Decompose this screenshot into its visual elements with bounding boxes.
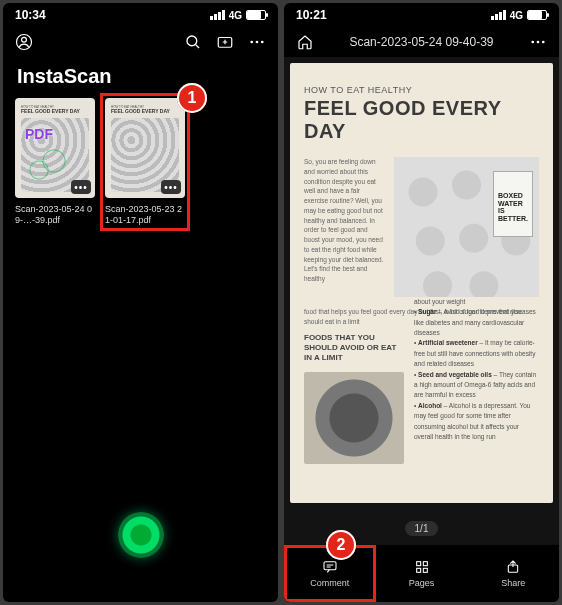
svg-rect-10 — [324, 562, 336, 570]
svg-rect-14 — [423, 568, 427, 572]
network-label: 4G — [229, 10, 242, 21]
app-title: InstaScan — [3, 61, 278, 98]
document-thumbnail: HOW TO EAT HEALTHY FEEL GOOD EVERY DAY P… — [15, 98, 95, 198]
status-time: 10:34 — [15, 8, 46, 22]
left-screen: 10:34 4G — [3, 3, 278, 602]
tab-label: Comment — [310, 578, 349, 588]
list-item: • Seed and vegetable oils – They contain… — [414, 370, 539, 401]
document-card[interactable]: HOW TO EAT HEALTHY FEEL GOOD EVERY DAY P… — [15, 98, 95, 226]
home-icon[interactable] — [296, 33, 314, 51]
status-bar: 10:21 4G — [284, 3, 559, 27]
tab-label: Share — [501, 578, 525, 588]
more-icon[interactable] — [529, 33, 547, 51]
signal-icon — [210, 10, 225, 20]
svg-point-8 — [537, 41, 540, 44]
page-image-lemons: BOXED WATER IS BETTER. — [394, 157, 539, 297]
list-item: • Artificial sweetener – It may be calor… — [414, 338, 539, 369]
list-item: • Alcohol – Alcohol is a depressant. You… — [414, 401, 539, 443]
step-badge-1: 1 — [177, 83, 207, 113]
tab-bar: Comment Pages Share — [284, 544, 559, 602]
svg-point-1 — [22, 37, 27, 42]
page-indicator: 1/1 — [405, 521, 439, 536]
page-image-cup — [304, 372, 404, 464]
battery-icon — [527, 10, 547, 20]
header-row: Scan-2023-05-24 09-40-39 — [284, 27, 559, 57]
tab-pages[interactable]: Pages — [376, 545, 468, 602]
svg-point-9 — [542, 41, 545, 44]
document-caption: Scan-2023-05-24 09-…-39.pdf — [15, 204, 95, 226]
profile-icon[interactable] — [15, 33, 33, 51]
document-caption: Scan-2023-05-23 21-01-17.pdf — [105, 204, 185, 226]
status-right: 4G — [210, 10, 266, 21]
scan-button[interactable] — [118, 512, 164, 558]
network-label: 4G — [510, 10, 523, 21]
status-time: 10:21 — [296, 8, 327, 22]
comment-icon — [321, 559, 339, 575]
page-paragraph: So, you are feeling down and worried abo… — [304, 157, 384, 297]
page-bullet-list: • Grains – Avoid them if you are worried… — [414, 287, 539, 443]
list-item: • Sugar – Avoid sugar to prevent disease… — [414, 307, 539, 338]
svg-point-6 — [261, 41, 264, 44]
document-more-icon[interactable]: ••• — [71, 180, 91, 194]
svg-point-4 — [250, 41, 253, 44]
page-headline: FEEL GOOD EVERY DAY — [304, 97, 539, 143]
page-title: Scan-2023-05-24 09-40-39 — [349, 35, 493, 49]
svg-rect-11 — [416, 562, 420, 566]
document-more-icon[interactable]: ••• — [161, 180, 181, 194]
page-subheading: FOODS THAT YOU SHOULD AVOID OR EAT IN A … — [304, 333, 404, 364]
status-bar: 10:34 4G — [3, 3, 278, 27]
battery-icon — [246, 10, 266, 20]
tab-label: Pages — [409, 578, 435, 588]
document-card[interactable]: HOW TO EAT HEALTHY FEEL GOOD EVERY DAY •… — [105, 98, 185, 226]
svg-rect-13 — [416, 568, 420, 572]
svg-rect-12 — [423, 562, 427, 566]
page-viewport[interactable]: HOW TO EAT HEALTHY FEEL GOOD EVERY DAY S… — [284, 57, 559, 544]
add-folder-icon[interactable] — [216, 33, 234, 51]
svg-point-7 — [531, 41, 534, 44]
more-icon[interactable] — [248, 33, 266, 51]
search-icon[interactable] — [184, 33, 202, 51]
pages-icon — [413, 559, 431, 575]
share-icon — [504, 559, 522, 575]
boxed-water-label: BOXED WATER IS BETTER. — [493, 171, 533, 237]
status-right: 4G — [491, 10, 547, 21]
pdf-badge: PDF — [25, 126, 53, 142]
scanned-page: HOW TO EAT HEALTHY FEEL GOOD EVERY DAY S… — [290, 63, 553, 503]
svg-point-2 — [187, 36, 197, 46]
signal-icon — [491, 10, 506, 20]
step-badge-2: 2 — [326, 530, 356, 560]
right-screen: 10:21 4G Scan-2023-05-24 09-40-39 HOW TO… — [284, 3, 559, 602]
document-thumbnail: HOW TO EAT HEALTHY FEEL GOOD EVERY DAY •… — [105, 98, 185, 198]
header-row — [3, 27, 278, 61]
page-subhead: HOW TO EAT HEALTHY — [304, 85, 539, 95]
document-grid: HOW TO EAT HEALTHY FEEL GOOD EVERY DAY P… — [3, 98, 278, 226]
tab-share[interactable]: Share — [467, 545, 559, 602]
svg-point-5 — [256, 41, 259, 44]
